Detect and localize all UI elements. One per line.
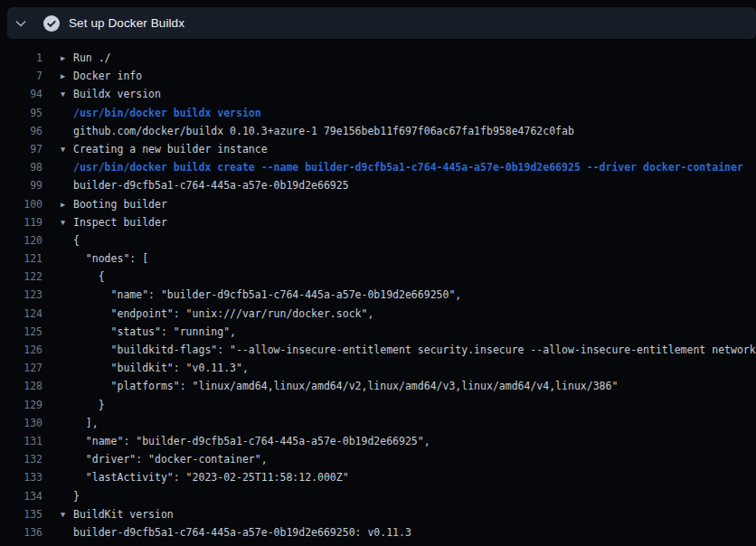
chevron-down-icon[interactable] xyxy=(14,16,28,31)
group-collapsed-arrow-icon[interactable]: ▶ xyxy=(61,49,73,67)
group-expanded-arrow-icon[interactable]: ▼ xyxy=(61,213,73,231)
group-label[interactable]: Booting builder xyxy=(73,195,167,213)
log-line: 132 "driver": "docker-container", xyxy=(7,450,756,468)
gutter-spacer xyxy=(43,523,73,541)
log-line: 128 "platforms": "linux/amd64,linux/amd6… xyxy=(7,377,756,395)
line-number[interactable]: 7 xyxy=(7,67,43,85)
line-number[interactable]: 125 xyxy=(7,323,43,341)
gutter-spacer xyxy=(43,286,73,304)
line-number[interactable]: 94 xyxy=(7,85,43,103)
step-header[interactable]: Set up Docker Buildx xyxy=(7,7,756,39)
line-number[interactable]: 129 xyxy=(7,396,43,414)
log-line[interactable]: 119▼Inspect builder xyxy=(7,213,756,231)
output-text: { xyxy=(73,231,80,249)
log-line[interactable]: 94▼Buildx version xyxy=(7,85,756,103)
group-expanded-arrow-icon[interactable]: ▼ xyxy=(61,85,73,103)
gutter-spacer xyxy=(43,323,73,341)
gutter-spacer xyxy=(43,468,73,486)
group-label[interactable]: Inspect builder xyxy=(73,213,167,231)
line-number[interactable]: 134 xyxy=(7,487,43,505)
output-text: "endpoint": "unix:///var/run/docker.sock… xyxy=(73,305,373,323)
line-number[interactable]: 131 xyxy=(7,432,43,450)
group-collapsed-arrow-icon[interactable]: ▶ xyxy=(61,195,73,213)
command-text: /usr/bin/docker buildx version xyxy=(73,104,261,122)
line-number[interactable]: 122 xyxy=(7,268,43,286)
gutter-spacer xyxy=(43,305,73,323)
log-line: 121 "nodes": [ xyxy=(7,249,756,268)
line-number[interactable]: 97 xyxy=(7,140,43,158)
step-title: Set up Docker Buildx xyxy=(69,16,184,30)
output-text: builder-d9cfb5a1-c764-445a-a57e-0b19d2e6… xyxy=(73,523,411,541)
line-number[interactable]: 120 xyxy=(7,231,43,249)
check-circle-icon xyxy=(43,15,60,32)
log-line[interactable]: 135▼BuildKit version xyxy=(7,505,756,523)
log-line[interactable]: 7▶Docker info xyxy=(7,67,756,85)
gutter-spacer xyxy=(43,268,73,286)
log-line: 133 "lastActivity": "2023-02-25T11:58:12… xyxy=(7,468,756,486)
line-number[interactable]: 99 xyxy=(7,176,43,194)
line-number[interactable]: 135 xyxy=(7,505,43,523)
output-text: "nodes": [ xyxy=(73,249,148,268)
line-number[interactable]: 96 xyxy=(7,122,43,140)
gutter-spacer xyxy=(43,249,73,268)
line-number[interactable]: 128 xyxy=(7,377,43,395)
line-number[interactable]: 130 xyxy=(7,414,43,432)
log-line[interactable]: 100▶Booting builder xyxy=(7,195,756,213)
gutter-spacer xyxy=(43,359,73,377)
output-text: "buildkitd-flags": "--allow-insecure-ent… xyxy=(73,341,756,359)
gutter-spacer xyxy=(43,487,73,505)
output-text: builder-d9cfb5a1-c764-445a-a57e-0b19d2e6… xyxy=(73,176,349,194)
log-line: 124 "endpoint": "unix:///var/run/docker.… xyxy=(7,305,756,323)
line-number[interactable]: 136 xyxy=(7,523,43,541)
log-line: 120{ xyxy=(7,231,756,249)
log-line: 98/usr/bin/docker buildx create --name b… xyxy=(7,158,756,176)
group-collapsed-arrow-icon[interactable]: ▶ xyxy=(61,67,73,85)
log-line: 99builder-d9cfb5a1-c764-445a-a57e-0b19d2… xyxy=(7,176,756,194)
line-number[interactable]: 124 xyxy=(7,305,43,323)
group-label[interactable]: Run ./ xyxy=(73,49,111,67)
gutter-spacer xyxy=(43,104,73,122)
output-text: "status": "running", xyxy=(73,323,236,341)
command-text: /usr/bin/docker buildx create --name bui… xyxy=(73,158,743,176)
line-number[interactable]: 100 xyxy=(7,195,43,213)
log-line: 129 } xyxy=(7,396,756,414)
log-line: 134} xyxy=(7,487,756,505)
log-line: 125 "status": "running", xyxy=(7,323,756,341)
line-number[interactable]: 127 xyxy=(7,359,43,377)
output-text: github.com/docker/buildx 0.10.3+azure-1 … xyxy=(73,122,574,140)
line-number[interactable]: 121 xyxy=(7,249,43,268)
line-number[interactable]: 119 xyxy=(7,213,43,231)
line-number[interactable]: 98 xyxy=(7,158,43,176)
line-number[interactable]: 132 xyxy=(7,450,43,468)
gutter-spacer xyxy=(43,341,73,359)
group-label[interactable]: BuildKit version xyxy=(73,505,174,523)
gutter-spacer xyxy=(43,450,73,468)
group-expanded-arrow-icon[interactable]: ▼ xyxy=(61,140,73,158)
gutter-spacer xyxy=(43,176,73,194)
log-line: 122 { xyxy=(7,268,756,286)
output-text: } xyxy=(73,487,80,505)
gutter-spacer xyxy=(43,414,73,432)
line-number[interactable]: 133 xyxy=(7,468,43,486)
group-label[interactable]: Buildx version xyxy=(73,85,161,103)
line-number[interactable]: 123 xyxy=(7,286,43,304)
line-number[interactable]: 95 xyxy=(7,104,43,122)
log-line: 96github.com/docker/buildx 0.10.3+azure-… xyxy=(7,122,756,140)
group-label[interactable]: Creating a new builder instance xyxy=(73,140,268,158)
gutter-spacer xyxy=(43,377,73,395)
group-label[interactable]: Docker info xyxy=(73,67,142,85)
gutter-spacer xyxy=(43,432,73,450)
output-text: "driver": "docker-container", xyxy=(73,450,268,468)
output-text: "buildkit": "v0.11.3", xyxy=(73,359,249,377)
log-line[interactable]: 1▶Run ./ xyxy=(7,49,756,67)
line-number[interactable]: 126 xyxy=(7,341,43,359)
log-line[interactable]: 97▼Creating a new builder instance xyxy=(7,140,756,158)
output-text: ], xyxy=(73,414,99,432)
log-line: 127 "buildkit": "v0.11.3", xyxy=(7,359,756,377)
output-text: "name": "builder-d9cfb5a1-c764-445a-a57e… xyxy=(73,432,430,450)
group-expanded-arrow-icon[interactable]: ▼ xyxy=(61,505,73,523)
output-text: "platforms": "linux/amd64,linux/amd64/v2… xyxy=(73,377,618,395)
line-number[interactable]: 1 xyxy=(7,49,43,67)
log-lines: 1▶Run ./7▶Docker info94▼Buildx version95… xyxy=(0,39,756,546)
gutter-spacer xyxy=(43,231,73,249)
